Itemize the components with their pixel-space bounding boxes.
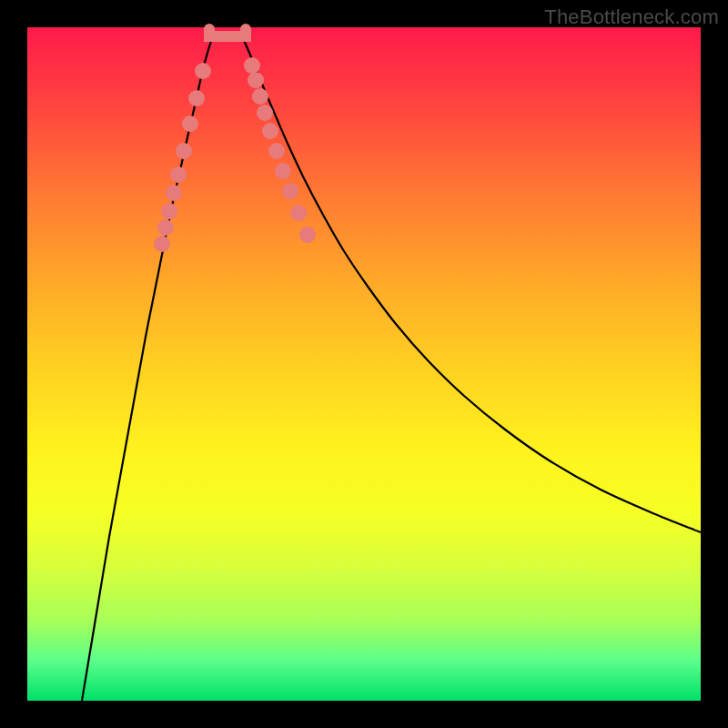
marker-dot — [166, 185, 182, 201]
marker-dot — [170, 167, 187, 183]
marker-dot — [282, 183, 298, 199]
curve-right — [243, 38, 701, 532]
marker-dot — [244, 57, 260, 74]
trough-bracket — [209, 29, 246, 36]
marker-dot — [248, 72, 264, 88]
marker-dot — [195, 63, 211, 79]
marker-dot — [275, 163, 291, 179]
chart-plot-area — [27, 27, 701, 701]
curve-left — [82, 38, 212, 701]
marker-dot — [268, 143, 285, 159]
chart-svg — [27, 27, 701, 701]
marker-dot — [188, 90, 205, 106]
marker-dot — [182, 116, 198, 132]
marker-dot — [252, 88, 268, 105]
marker-dot — [161, 203, 177, 219]
marker-dot — [257, 105, 273, 121]
marker-dot — [157, 219, 174, 236]
marker-dots-group — [154, 57, 316, 252]
marker-dot — [262, 123, 278, 139]
marker-dot — [299, 227, 316, 243]
marker-dot — [154, 236, 170, 252]
marker-dot — [290, 205, 307, 221]
watermark-text: TheBottleneck.com — [544, 5, 719, 29]
marker-dot — [176, 143, 192, 159]
